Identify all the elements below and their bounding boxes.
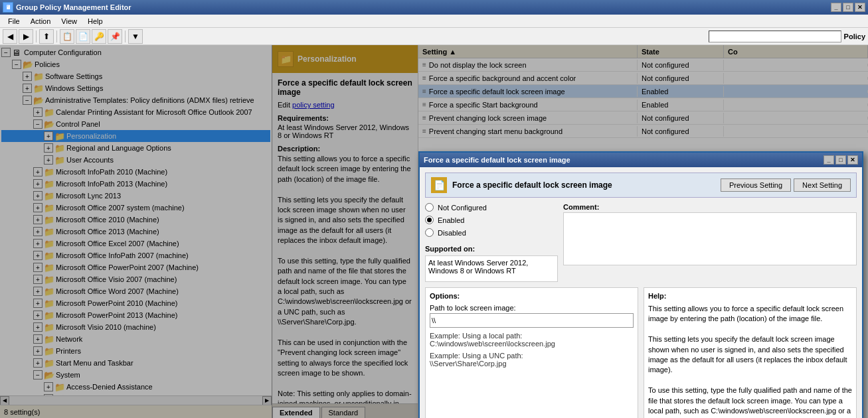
tree-expander-printers[interactable]: + [33, 346, 43, 356]
path-input[interactable] [430, 313, 634, 328]
tree-expander-system[interactable]: − [33, 370, 43, 380]
tree-node-software-settings[interactable]: +📁Software Settings [1, 70, 270, 82]
close-button[interactable]: ✕ [855, 3, 865, 12]
tree-node-policies[interactable]: −📂Policies [1, 58, 270, 70]
tree-expander-infopath2007[interactable]: + [33, 251, 43, 260]
tree-node-word2007[interactable]: +📁Microsoft Office Word 2007 (Machine) [1, 285, 270, 297]
horizontal-scrollbar[interactable]: ◀ ▶ [0, 395, 272, 405]
pin-button[interactable]: 📌 [108, 29, 122, 44]
back-button[interactable]: ◀ [3, 29, 17, 44]
tree-node-office2007[interactable]: +📁Microsoft Office 2007 system (machine) [1, 202, 270, 214]
tree-expander-office2007[interactable]: + [33, 203, 43, 212]
tree-node-printers[interactable]: +📁Printers [1, 345, 270, 357]
forward-button[interactable]: ▶ [19, 29, 33, 44]
tree-expander-software-settings[interactable]: + [23, 72, 32, 81]
tree-expander-visio2007[interactable]: + [33, 275, 43, 284]
tree-expander-calendar[interactable]: + [33, 107, 43, 117]
col-header-setting[interactable]: Setting ▲ [418, 45, 638, 58]
tree-node-excel2007[interactable]: +📁Microsoft Office Excel 2007 (Machine) [1, 238, 270, 249]
tab-extended[interactable]: Extended [272, 407, 320, 418]
tree-expander-startmenu[interactable]: + [33, 358, 43, 368]
modal-minimize-button[interactable]: _ [824, 155, 834, 165]
modal-close-button[interactable]: ✕ [847, 155, 858, 165]
tree-node-windows-settings[interactable]: +📁Windows Settings [1, 82, 270, 94]
tree-expander-computer-config[interactable]: − [1, 48, 11, 57]
tree-expander-control-panel[interactable]: − [33, 119, 43, 129]
tree-node-admin-templates[interactable]: −📂Administrative Templates: Policy defin… [1, 94, 270, 106]
tree-expander-office2013[interactable]: + [33, 227, 43, 236]
col-header-comment[interactable]: Co [724, 45, 868, 58]
modal-maximize-button[interactable]: □ [835, 155, 846, 165]
list-row[interactable]: ≡Force a specific Start backgroundEnable… [418, 98, 868, 111]
next-setting-button[interactable]: Next Setting [794, 178, 851, 192]
tree-node-network[interactable]: +📁Network [1, 333, 270, 345]
tree-node-infopath2007[interactable]: +📁Microsoft Office InfoPath 2007 (machin… [1, 249, 270, 261]
tree-node-control-panel[interactable]: −📂Control Panel [1, 118, 270, 130]
list-row[interactable]: ≡Force a specific background and accent … [418, 72, 868, 85]
tree-node-lync2013[interactable]: +📁Microsoft Lync 2013 [1, 190, 270, 202]
tree-expander-infopath2013[interactable]: + [33, 179, 43, 188]
radio-disabled-btn[interactable] [425, 228, 434, 237]
tree-node-personalization[interactable]: +📁Personalization [1, 130, 270, 142]
tree-expander-visio2010[interactable]: + [33, 322, 43, 332]
tree-expander-lync2013[interactable]: + [33, 191, 43, 200]
tree-expander-personalization[interactable]: + [44, 131, 53, 141]
menu-help[interactable]: Help [82, 16, 108, 27]
maximize-button[interactable]: □ [843, 3, 853, 12]
radio-enabled-btn[interactable] [425, 216, 434, 224]
tree-node-user-accounts[interactable]: +📁User Accounts [1, 154, 270, 166]
tree-node-visio2007[interactable]: +📁Microsoft Office Visio 2007 (machine) [1, 273, 270, 285]
tree-node-powerpoint2010[interactable]: +📁Microsoft PowerPoint 2010 (Machine) [1, 297, 270, 309]
tree-node-powerpoint2007[interactable]: +📁Microsoft Office PowerPoint 2007 (Mach… [1, 261, 270, 273]
radio-not-configured-btn[interactable] [425, 203, 434, 212]
tree-expander-regional[interactable]: + [44, 143, 53, 153]
tree-expander-powerpoint2007[interactable]: + [33, 263, 43, 272]
prev-setting-button[interactable]: Previous Setting [721, 178, 791, 192]
tree-expander-excel2007[interactable]: + [33, 239, 43, 248]
tree-node-office2013[interactable]: +📁Microsoft Office 2013 (Machine) [1, 226, 270, 238]
tree-expander-infopath2010[interactable]: + [33, 167, 43, 176]
radio-disabled[interactable]: Disabled [425, 228, 558, 237]
minimize-button[interactable]: _ [831, 3, 841, 12]
tree-expander-word2007[interactable]: + [33, 287, 43, 296]
tree-expander-policies[interactable]: − [12, 60, 21, 69]
list-row[interactable]: ≡Prevent changing start menu backgroundN… [418, 125, 868, 138]
radio-not-configured[interactable]: Not Configured [425, 203, 558, 212]
tree-expander-windows-settings[interactable]: + [23, 84, 32, 93]
tree-node-computer-config[interactable]: −🖥Computer Configuration [1, 46, 270, 58]
tree-expander-network[interactable]: + [33, 334, 43, 344]
tree-node-visio2010[interactable]: +📁Microsoft Visio 2010 (machine) [1, 321, 270, 333]
up-button[interactable]: ⬆ [39, 29, 54, 44]
tree-expander-admin-templates[interactable]: − [23, 96, 32, 105]
tab-standard[interactable]: Standard [321, 407, 366, 418]
tree-node-startmenu[interactable]: +📁Start Menu and Taskbar [1, 357, 270, 369]
tree-expander-access-denied[interactable]: + [44, 382, 53, 391]
tree-node-regional[interactable]: +📁Regional and Language Options [1, 142, 270, 154]
radio-enabled[interactable]: Enabled [425, 216, 558, 224]
tree-expander-office2010[interactable]: + [33, 215, 43, 224]
filter-button[interactable]: ▼ [128, 29, 143, 44]
tree-node-system[interactable]: −📂System [1, 369, 270, 381]
tree-node-infopath2013[interactable]: +📁Microsoft InfoPath 2013 (Machine) [1, 178, 270, 190]
tree-node-powerpoint2013[interactable]: +📁Microsoft PowerPoint 2013 (Machine) [1, 309, 270, 321]
edit-policy-link[interactable]: policy setting [292, 101, 335, 109]
tree-node-calendar[interactable]: +📁Calendar Printing Assistant for Micros… [1, 106, 270, 118]
menu-action[interactable]: Action [25, 16, 56, 27]
comment-textarea[interactable] [563, 212, 857, 265]
menu-view[interactable]: View [56, 16, 82, 27]
tree-expander-user-accounts[interactable]: + [44, 155, 53, 165]
key-button[interactable]: 🔑 [92, 29, 106, 44]
list-row[interactable]: ≡Force a specific default lock screen im… [418, 85, 868, 98]
col-header-state[interactable]: State [638, 45, 724, 58]
tree-node-access-denied[interactable]: +📁Access-Denied Assistance [1, 381, 270, 393]
tree-node-infopath2010[interactable]: +📁Microsoft InfoPath 2010 (Machine) [1, 166, 270, 178]
list-row[interactable]: ≡Prevent changing lock screen imageNot c… [418, 111, 868, 125]
copy-button[interactable]: 📋 [60, 29, 74, 44]
paste-button[interactable]: 📄 [76, 29, 90, 44]
tree-expander-powerpoint2010[interactable]: + [33, 299, 43, 308]
tree-expander-powerpoint2013[interactable]: + [33, 311, 43, 320]
tree-node-office2010[interactable]: +📁Microsoft Office 2010 (Machine) [1, 214, 270, 226]
menu-file[interactable]: File [3, 16, 25, 27]
list-row[interactable]: ≡Do not display the lock screenNot confi… [418, 58, 868, 72]
tree-area[interactable]: −🖥Computer Configuration−📂Policies+📁Soft… [0, 45, 272, 395]
